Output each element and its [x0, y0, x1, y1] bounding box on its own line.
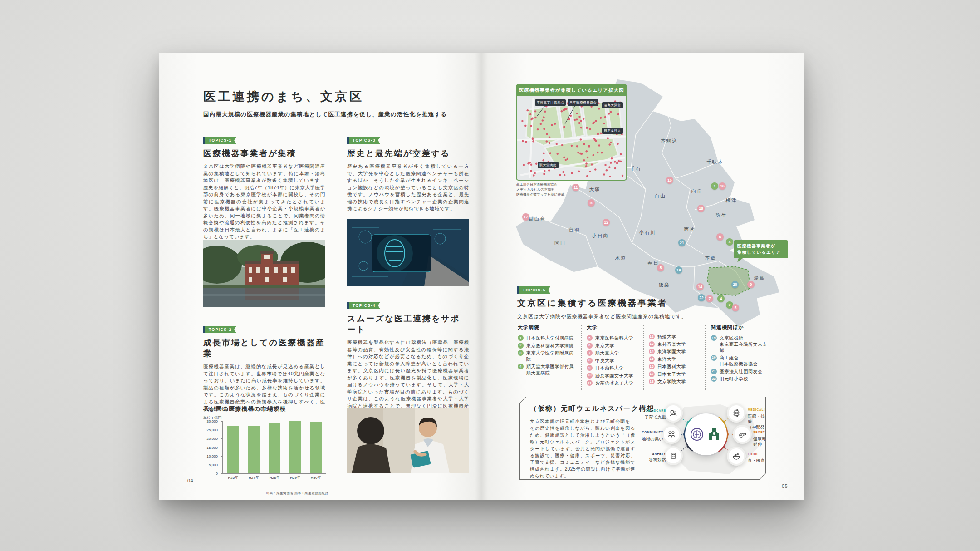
cluster-area-highlight: [707, 266, 750, 295]
y-tick-label: 15,000: [207, 445, 218, 449]
item-number-badge: 6: [587, 343, 593, 349]
market-size-chart: 我が国の医療機器の市場規模 単位：億円 05,00010,00015,00020…: [203, 405, 328, 496]
university-emblem-logo: [690, 428, 704, 441]
region-label: 関口: [555, 240, 566, 246]
diagram-node-community: [662, 425, 681, 444]
minimap-source-note: 商工組合日本医療機器協会 メディカルヒルズ本郷® 医療機器企業マップを基に作成: [516, 182, 564, 197]
x-tick-label: H27年: [249, 475, 259, 480]
map-marker-1: 1: [711, 182, 718, 190]
region-label: 本駒込: [661, 138, 678, 144]
page-number-left: 04: [187, 478, 194, 483]
topic-1-body: 文京区は大学病院や医療機器事業者など医療関連産業の集積地として知られています。特…: [203, 163, 325, 241]
directory-item: 5東京医科歯科大学: [587, 335, 640, 341]
topic-3-body: 歴史ある医療機器事業者が多く集積している一方で、大学発を中心とした医療関連ベンチ…: [347, 163, 469, 212]
map-marker-5: 5: [732, 304, 739, 311]
diagram-node-label: COMMUNITY地域の集い: [642, 430, 663, 442]
region-label: 千石: [630, 166, 642, 172]
chart-source: 出典：厚生労働省 薬事工業生産動態統計: [203, 491, 328, 496]
item-number-badge: 13: [649, 341, 655, 347]
minimap-landmark-chip: 順天堂病院: [538, 162, 559, 168]
map-marker-22: 22: [698, 294, 705, 301]
chart-bar: [269, 423, 280, 473]
minimap-landmark-chip: 本郷三丁目交差点: [535, 99, 566, 106]
item-number-badge: 11: [587, 380, 593, 386]
diagram-node-sports: [733, 425, 752, 444]
community-people-icon: [667, 430, 676, 439]
item-number-badge: 20: [711, 355, 717, 361]
minimap-landmark-chip: 日本薬科大: [602, 128, 623, 134]
directory-item: 1日本医科大学付属病院: [518, 335, 578, 341]
column-separator: [581, 325, 582, 390]
wellness-park-body: 文京区本郷の旧元町小学校および元町公園を、その歴史性を継承しながら、賑わい創出を…: [530, 418, 635, 479]
diagram-node-food: [727, 447, 746, 466]
directory-item: 2東京医科歯科大学病院: [518, 343, 578, 349]
map-marker-4: 4: [717, 295, 725, 302]
minimap-landmark-chip: 湯島天満宮: [602, 102, 623, 108]
directory-universities-a: 大学 5東京医科歯科大学6東京大学7順天堂大学8中央大学9日本薬科大学10跡見学…: [587, 324, 640, 388]
directory-item: 10跡見学園女子大学: [587, 373, 640, 379]
chart-bar: [310, 422, 322, 473]
hospitals-header: 大学病院: [518, 324, 578, 331]
topics-5-badge: TOPICS-5: [517, 286, 550, 294]
item-number-badge: 14: [649, 349, 655, 354]
region-label: 音羽: [569, 227, 580, 233]
region-label: 西片: [684, 226, 696, 233]
directory-universities-b: 12拓殖大学13東邦音楽大学14東洋学園大学15東洋大学16日本医科大学17日本…: [649, 324, 702, 386]
topic-3-heading: 歴史と最先端が交差する: [347, 148, 469, 159]
page-subtitle: 国内最大規模の医療機器産業の集積地として医工連携を促し、産業の活性化を推進する: [203, 111, 447, 118]
map-marker-15: 15: [666, 177, 673, 184]
region-label: 千駄木: [706, 159, 724, 165]
region-label: 本郷: [705, 255, 716, 261]
topic-3-section: TOPICS-3 歴史と最先端が交差する 歴史ある医療機器事業者が多く集積してい…: [347, 135, 469, 212]
minimap-title: 医療機器事業者が集積しているエリア拡大図: [517, 85, 626, 96]
region-label: 白山: [655, 193, 666, 199]
item-number-badge: 12: [649, 334, 655, 339]
minimap-body: 本郷三丁目交差点日本医療機器協会湯島天満宮日本薬科大順天堂病院: [517, 96, 626, 178]
x-tick-label: H29年: [290, 475, 300, 480]
item-number-badge: 16: [649, 364, 655, 369]
item-number-badge: 17: [649, 371, 655, 377]
divider-line: [347, 295, 469, 295]
topic-5-heading: 文京区に集積する医療機器事業者: [517, 297, 687, 309]
item-number-badge: 1: [518, 335, 524, 341]
minimap-blocks: [526, 102, 622, 168]
directory-item: 16日本医科大学: [649, 364, 702, 370]
map-marker-20: 20: [731, 281, 739, 288]
map-marker-16: 16: [719, 182, 726, 190]
wellness-park-title: （仮称）元町ウェルネスパーク構想: [530, 404, 654, 413]
item-number-badge: 9: [587, 365, 593, 371]
map-marker-19: 19: [675, 266, 682, 274]
directory-item: 13東邦音楽大学: [649, 341, 702, 348]
directory-item: 17日本女子大学: [649, 371, 702, 378]
divider-line: [203, 318, 325, 318]
wellness-park-diagram: CHILDCARE子育て支援COMMUNITY地域の集いSAFETY災害対応ME…: [639, 398, 777, 479]
directory-item: 12拓殖大学: [649, 334, 702, 340]
map-marker-8: 8: [657, 264, 664, 271]
diagram-node-childcare: [664, 403, 683, 423]
region-label: 向丘: [691, 188, 703, 195]
column-separator: [643, 325, 644, 390]
map-marker-17: 17: [522, 213, 529, 221]
x-tick-label: H30年: [311, 475, 321, 480]
chart-unit-label: 単位：億円: [203, 415, 328, 420]
topics-3-badge: TOPICS-3: [347, 137, 380, 144]
page-left: 医工連携のまち、文京区 国内最大規模の医療機器産業の集積地として医工連携を促し、…: [159, 53, 481, 500]
brochure-spread: 医工連携のまち、文京区 国内最大規模の医療機器産業の集積地として医工連携を促し、…: [159, 53, 804, 500]
photo-doctors-meeting: [347, 408, 469, 473]
chart-bar: [227, 426, 239, 473]
topic-1-section: TOPICS-1 医療機器事業者が集積 文京区は大学病院や医療機器事業者など医療…: [203, 135, 325, 241]
item-number-badge: 10: [587, 373, 593, 379]
directory-item: 9日本薬科大学: [587, 365, 640, 371]
topic-4-body: 医療機器を製品化するには薬機法（医薬品、医療機器等の品質、有効性及び安全性の確保…: [347, 339, 469, 417]
item-number-badge: 7: [587, 350, 593, 356]
directory-item: 8中央大学: [587, 358, 640, 364]
y-tick-label: 0: [216, 472, 218, 476]
directory-related: 関連機関ほか 19文京区役所 東京商工会議所文京支部20商工組合 日本医療機器協…: [711, 324, 771, 384]
map-marker-7: 7: [706, 295, 713, 302]
campus-photo-illustration: [203, 240, 325, 307]
topics-1-badge: TOPICS-1: [203, 137, 236, 144]
sports-whistle-icon: [738, 430, 747, 439]
item-number-badge: 15: [649, 356, 655, 362]
photo-medical-technology: [347, 219, 469, 286]
item-number-badge: 3: [518, 350, 524, 356]
